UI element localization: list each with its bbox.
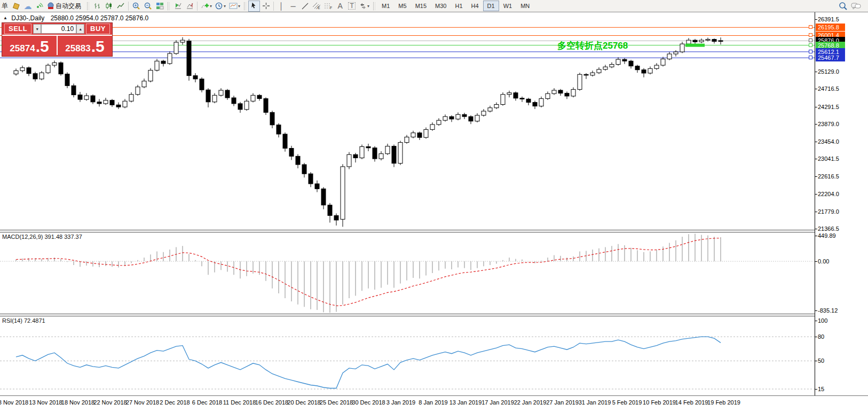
toolbar-grip bbox=[373, 2, 375, 10]
text-tool[interactable]: A bbox=[334, 1, 346, 12]
date-label: 5 Feb 2019 bbox=[612, 399, 642, 406]
price-level-label: 25467.7 bbox=[816, 54, 845, 61]
market-watch-icon[interactable] bbox=[10, 1, 22, 12]
level-handle[interactable] bbox=[809, 50, 812, 53]
timeframe-w1[interactable]: W1 bbox=[499, 1, 517, 11]
search-icon[interactable] bbox=[837, 1, 849, 12]
level-handle[interactable] bbox=[809, 38, 812, 42]
arrows-tool[interactable]: ▾ bbox=[358, 1, 371, 12]
period-clock-icon[interactable]: ▾ bbox=[214, 1, 227, 12]
date-label: 8 Nov 2018 bbox=[0, 399, 28, 406]
collapse-chart-icon[interactable]: ▲ bbox=[3, 15, 7, 20]
date-label: 2 Dec 2018 bbox=[160, 399, 190, 406]
sell-price[interactable]: 25874 .5 bbox=[2, 36, 58, 55]
chat-icon[interactable] bbox=[849, 1, 863, 12]
price-level-label: 26195.8 bbox=[816, 24, 845, 31]
tile-windows-icon[interactable] bbox=[154, 1, 165, 12]
chart-shift-icon[interactable] bbox=[184, 1, 195, 12]
price-tick: 25129.0 bbox=[815, 68, 868, 75]
date-label: 19 Feb 2019 bbox=[707, 399, 740, 406]
bar-chart-mode-icon[interactable] bbox=[91, 1, 103, 12]
cursor-tool[interactable] bbox=[248, 1, 260, 12]
level-handle[interactable] bbox=[809, 43, 812, 47]
candlestick-chart[interactable] bbox=[0, 12, 815, 230]
timeframe-h1[interactable]: H1 bbox=[451, 1, 467, 11]
date-label: 8 Jan 2019 bbox=[419, 399, 447, 406]
rsi-chart[interactable] bbox=[0, 316, 815, 395]
macd-tick: -835.12 bbox=[815, 307, 868, 314]
main-toolbar: 单 ☁ 自动交易 ▾ ▾ ▾ │ ─ E F A T ▾ M1M5M15M30H… bbox=[0, 0, 868, 12]
rsi-tick: 50 bbox=[815, 357, 868, 364]
trendline-tool[interactable] bbox=[299, 1, 311, 12]
crosshair-tool[interactable] bbox=[260, 1, 272, 12]
vertical-line-tool[interactable]: │ bbox=[275, 1, 287, 12]
timeframe-mn[interactable]: MN bbox=[516, 1, 534, 11]
level-handle[interactable] bbox=[809, 56, 812, 59]
timeframe-m15[interactable]: M15 bbox=[411, 1, 431, 11]
timeframe-m5[interactable]: M5 bbox=[394, 1, 411, 11]
rsi-tick: 15 bbox=[815, 386, 868, 393]
date-label: 3 Jan 2019 bbox=[386, 399, 415, 406]
indicators-icon[interactable]: ▾ bbox=[199, 1, 214, 12]
horizontal-line-tool[interactable]: ─ bbox=[287, 1, 299, 12]
volume-input[interactable] bbox=[41, 24, 76, 34]
rsi-tick: 100 bbox=[815, 317, 868, 324]
date-label: 27 Jan 2019 bbox=[546, 399, 579, 406]
toolbar-grip bbox=[168, 2, 170, 10]
date-label: 14 Feb 2019 bbox=[675, 399, 708, 406]
price-tick: 24716.5 bbox=[815, 85, 868, 92]
channel-tool[interactable]: E bbox=[311, 1, 322, 12]
turning-point-annotation: 多空转折点25768 bbox=[557, 40, 628, 52]
price-tick: 23041.5 bbox=[815, 156, 868, 162]
date-label: 22 Jan 2019 bbox=[514, 399, 547, 406]
autotrading-button[interactable]: 自动交易 bbox=[45, 1, 85, 12]
date-label: 13 Jan 2019 bbox=[449, 399, 482, 406]
date-label: 30 Dec 2018 bbox=[352, 399, 385, 406]
date-label: 20 Dec 2018 bbox=[287, 399, 320, 406]
price-tick: 26391.5 bbox=[815, 16, 868, 23]
level-handle[interactable] bbox=[809, 33, 812, 37]
line-chart-mode-icon[interactable] bbox=[115, 1, 127, 12]
rsi-tick: 80 bbox=[815, 333, 868, 340]
rsi-indicator-label: RSI(14) 72.4871 bbox=[2, 317, 45, 324]
date-label: 17 Jan 2019 bbox=[482, 399, 514, 406]
date-label: 10 Feb 2019 bbox=[643, 399, 676, 406]
template-icon[interactable]: ▾ bbox=[227, 1, 242, 12]
price-tick: 22616.5 bbox=[815, 173, 868, 180]
buy-price[interactable]: 25883 .5 bbox=[58, 36, 112, 55]
date-label: 6 Dec 2018 bbox=[192, 399, 222, 406]
timeframe-h4[interactable]: H4 bbox=[467, 1, 483, 11]
sell-button[interactable]: SELL bbox=[4, 24, 31, 34]
zoom-out-icon[interactable] bbox=[142, 1, 154, 12]
toolbar-grip bbox=[87, 2, 89, 10]
candlestick-mode-icon[interactable] bbox=[103, 1, 115, 12]
price-axis[interactable]: 26391.525129.024716.524291.523879.023454… bbox=[815, 12, 868, 395]
toolbar-grip bbox=[244, 2, 246, 10]
date-label: 27 Nov 2018 bbox=[126, 399, 159, 406]
signals-icon[interactable] bbox=[34, 1, 45, 12]
fibonacci-tool[interactable]: F bbox=[322, 1, 334, 12]
cloud-icon[interactable]: ☁ bbox=[22, 1, 34, 12]
volume-decrease-button[interactable]: ▼ bbox=[33, 24, 41, 34]
timeframe-m30[interactable]: M30 bbox=[431, 1, 451, 11]
macd-chart[interactable] bbox=[0, 232, 815, 314]
chart-title: ▲ DJ30-,Daily 25880.0 25954.0 25787.0 25… bbox=[3, 14, 148, 22]
timeframes-bar: M1M5M15M30H1H4D1W1MN bbox=[377, 1, 534, 11]
level-handle[interactable] bbox=[809, 25, 812, 29]
price-tick: 23879.0 bbox=[815, 121, 868, 128]
time-axis[interactable]: 8 Nov 201813 Nov 201818 Nov 201822 Nov 2… bbox=[0, 395, 868, 412]
date-label: 25 Dec 2018 bbox=[320, 399, 353, 406]
volume-stepper: ▼ ▲ bbox=[33, 24, 84, 34]
date-label: 13 Nov 2018 bbox=[29, 399, 62, 406]
date-label: 18 Nov 2018 bbox=[61, 399, 94, 406]
volume-increase-button[interactable]: ▲ bbox=[76, 24, 84, 34]
timeframe-m1[interactable]: M1 bbox=[377, 1, 394, 11]
autotrading-icon bbox=[47, 2, 55, 10]
text-label-tool[interactable]: T bbox=[346, 1, 358, 12]
buy-button[interactable]: BUY bbox=[86, 24, 110, 34]
chart-plot-area[interactable]: ▲ DJ30-,Daily 25880.0 25954.0 25787.0 25… bbox=[0, 12, 815, 412]
new-order-label[interactable]: 单 bbox=[2, 2, 8, 11]
zoom-in-icon[interactable] bbox=[130, 1, 142, 12]
auto-scroll-icon[interactable] bbox=[172, 1, 184, 12]
timeframe-d1[interactable]: D1 bbox=[483, 1, 499, 11]
